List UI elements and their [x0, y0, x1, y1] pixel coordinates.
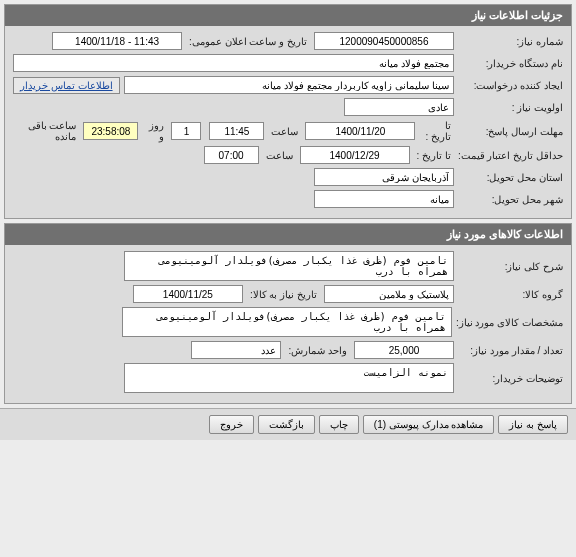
group-field[interactable] — [324, 285, 454, 303]
announce-label: تاریخ و ساعت اعلان عمومی: — [186, 36, 310, 47]
need-no-field[interactable] — [314, 32, 454, 50]
need-date-field[interactable] — [133, 285, 243, 303]
unit-label: واحد شمارش: — [285, 345, 350, 356]
need-no-label: شماره نیاز: — [458, 36, 563, 47]
need-date-label: تاریخ نیاز به کالا: — [247, 289, 320, 300]
buyer-label: نام دستگاه خریدار: — [458, 58, 563, 69]
row-group: گروه کالا: تاریخ نیاز به کالا: — [13, 285, 563, 303]
validity-label: حداقل تاریخ اعتبار قیمت: — [458, 150, 563, 161]
notes-field[interactable] — [124, 363, 454, 393]
qty-label: تعداد / مقدار مورد نیاز: — [458, 345, 563, 356]
city-label: شهر محل تحویل: — [458, 194, 563, 205]
desc-label: شرح کلی نیاز: — [458, 261, 563, 272]
row-spec: مشخصات کالای مورد نیاز: — [13, 307, 563, 337]
footer-bar: پاسخ به نیاز مشاهده مدارک پیوستی (1) چاپ… — [0, 408, 576, 440]
row-deadline: مهلت ارسال پاسخ: تا تاریخ : ساعت روز و س… — [13, 120, 563, 142]
exit-button[interactable]: خروج — [209, 415, 254, 434]
time-label-1: ساعت — [268, 126, 301, 137]
reply-button[interactable]: پاسخ به نیاز — [498, 415, 568, 434]
notes-label: توضیحات خریدار: — [458, 373, 563, 384]
spec-field[interactable] — [122, 307, 452, 337]
spec-label: مشخصات کالای مورد نیاز: — [456, 317, 563, 328]
row-validity: حداقل تاریخ اعتبار قیمت: تا تاریخ : ساعت — [13, 146, 563, 164]
row-province: استان محل تحویل: — [13, 168, 563, 186]
remain-time-field[interactable] — [83, 122, 138, 140]
deadline-date-field[interactable] — [305, 122, 415, 140]
city-field[interactable] — [314, 190, 454, 208]
row-buyer: نام دستگاه خریدار: — [13, 54, 563, 72]
to-date-label-2: تا تاریخ : — [414, 150, 454, 161]
announce-field[interactable] — [52, 32, 182, 50]
row-need-no: شماره نیاز: تاریخ و ساعت اعلان عمومی: — [13, 32, 563, 50]
panel2-body: شرح کلی نیاز: گروه کالا: تاریخ نیاز به ک… — [5, 245, 571, 403]
row-notes: توضیحات خریدار: — [13, 363, 563, 393]
back-button[interactable]: بازگشت — [258, 415, 315, 434]
deadline-time-field[interactable] — [209, 122, 264, 140]
days-field[interactable] — [171, 122, 201, 140]
province-field[interactable] — [314, 168, 454, 186]
creator-field[interactable] — [124, 76, 454, 94]
row-creator: ایجاد کننده درخواست: اطلاعات تماس خریدار — [13, 76, 563, 94]
need-details-panel: جزئیات اطلاعات نیاز شماره نیاز: تاریخ و … — [4, 4, 572, 219]
row-priority: اولویت نیاز : — [13, 98, 563, 116]
buyer-field[interactable] — [13, 54, 454, 72]
contact-buyer-button[interactable]: اطلاعات تماس خریدار — [13, 77, 120, 94]
desc-field[interactable] — [124, 251, 454, 281]
remain-label: ساعت باقی مانده — [13, 120, 79, 142]
panel1-body: شماره نیاز: تاریخ و ساعت اعلان عمومی: نا… — [5, 26, 571, 218]
goods-info-panel: اطلاعات کالاهای مورد نیاز شرح کلی نیاز: … — [4, 223, 572, 404]
creator-label: ایجاد کننده درخواست: — [458, 80, 563, 91]
row-qty: تعداد / مقدار مورد نیاز: واحد شمارش: — [13, 341, 563, 359]
time-label-2: ساعت — [263, 150, 296, 161]
priority-label: اولویت نیاز : — [458, 102, 563, 113]
attachments-button[interactable]: مشاهده مدارک پیوستی (1) — [363, 415, 495, 434]
panel2-title: اطلاعات کالاهای مورد نیاز — [5, 224, 571, 245]
print-button[interactable]: چاپ — [319, 415, 359, 434]
deadline-label: مهلت ارسال پاسخ: — [458, 126, 563, 137]
row-desc: شرح کلی نیاز: — [13, 251, 563, 281]
validity-date-field[interactable] — [300, 146, 410, 164]
priority-field[interactable] — [344, 98, 454, 116]
days-and-label: روز و — [142, 120, 167, 142]
qty-field[interactable] — [354, 341, 454, 359]
group-label: گروه کالا: — [458, 289, 563, 300]
panel1-title: جزئیات اطلاعات نیاز — [5, 5, 571, 26]
unit-field[interactable] — [191, 341, 281, 359]
validity-time-field[interactable] — [204, 146, 259, 164]
province-label: استان محل تحویل: — [458, 172, 563, 183]
row-city: شهر محل تحویل: — [13, 190, 563, 208]
to-date-label: تا تاریخ : — [419, 120, 454, 142]
